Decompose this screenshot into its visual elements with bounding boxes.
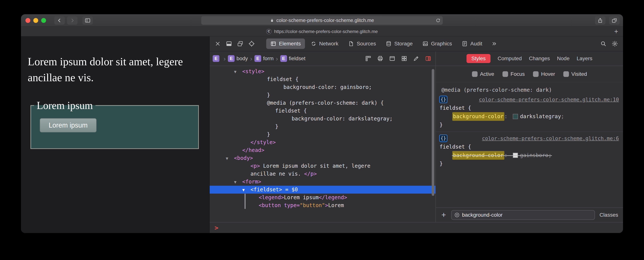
dom-tree-line[interactable]: }	[210, 131, 436, 139]
disclosure-triangle-icon[interactable]: ▼	[226, 155, 234, 163]
tab-styles[interactable]: Styles	[466, 54, 490, 63]
reload-button[interactable]	[436, 18, 440, 23]
dom-token-val: "button"	[300, 202, 325, 208]
dom-tree-line[interactable]: <p> Lorem ipsum dolor sit amet, legere	[210, 162, 436, 170]
dom-tree-line[interactable]: fieldset {	[210, 107, 436, 115]
rule-source-icon[interactable]: {}	[439, 96, 448, 103]
pseudo-active-toggle[interactable]: Active	[472, 71, 494, 77]
rule-selector[interactable]: fieldset {	[436, 104, 623, 112]
element-picker-button[interactable]	[248, 40, 255, 47]
sidebar-toggle-button[interactable]	[82, 16, 93, 25]
chevron-separator-icon: ›	[250, 55, 252, 62]
new-tab-button[interactable]: +	[614, 28, 618, 35]
dom-tree-line[interactable]: }	[210, 91, 436, 99]
dock-bottom-button[interactable]	[226, 41, 232, 47]
disclosure-triangle-icon[interactable]: ▼	[234, 178, 242, 186]
rule-selector[interactable]: fieldset {	[436, 143, 623, 151]
color-swatch[interactable]	[513, 114, 518, 119]
close-window-button[interactable]	[26, 18, 30, 23]
tab-changes[interactable]: Changes	[529, 56, 550, 62]
dom-tree-line[interactable]: ▼<body>	[210, 154, 436, 162]
dom-tree-line[interactable]: <legend>Lorem ipsum</legend>	[210, 194, 436, 201]
lock-icon	[270, 18, 274, 23]
dom-token-tag: <body>	[234, 155, 253, 161]
dom-tree-line[interactable]: ▼<style>	[210, 68, 436, 75]
breadcrumb-item-body[interactable]: E body	[228, 55, 248, 62]
dom-tree-line[interactable]: <button type="button">Lorem	[210, 201, 436, 209]
minimize-window-button[interactable]	[33, 18, 38, 23]
classes-toggle-button[interactable]: Classes	[598, 212, 619, 218]
edit-button[interactable]	[413, 55, 419, 62]
forward-button[interactable]	[67, 16, 78, 25]
more-tabs-button[interactable]	[491, 41, 497, 47]
pseudo-visited-toggle[interactable]: Visited	[563, 71, 587, 77]
dom-token-text: }	[267, 92, 270, 98]
undock-button[interactable]	[237, 41, 243, 47]
frames-button[interactable]	[389, 55, 396, 62]
checkbox[interactable]	[563, 71, 569, 77]
dom-tree-scrollbar[interactable]	[432, 69, 434, 196]
dom-tree-line[interactable]: }	[210, 123, 436, 131]
window-controls	[26, 18, 46, 23]
rule-source-icon[interactable]: {}	[439, 135, 448, 142]
css-property-overridden[interactable]: background-color: gainsboro;	[436, 151, 623, 160]
tab-graphics[interactable]: Graphics	[418, 39, 456, 49]
rule-source-link[interactable]: color-scheme-prefers-color-scheme.glitch…	[482, 136, 619, 141]
url-bar[interactable]: color-scheme-prefers-color-scheme.glitch…	[201, 16, 443, 25]
css-rule-base: {} color-scheme-prefers-color-scheme.gli…	[436, 132, 623, 171]
tab-node[interactable]: Node	[557, 56, 570, 62]
dom-tree-line[interactable]: @media (prefers-color-scheme: dark) {	[210, 99, 436, 107]
tab-sources[interactable]: Sources	[344, 39, 380, 49]
dom-tree-line[interactable]: </head>	[210, 146, 436, 154]
tab-computed[interactable]: Computed	[498, 56, 522, 62]
dom-token-attr: type=	[284, 202, 300, 208]
page-button[interactable]: Lorem ipsum	[40, 118, 96, 133]
dom-tree-line[interactable]: </style>	[210, 139, 436, 146]
share-button[interactable]	[595, 16, 606, 25]
rulers-button[interactable]	[365, 55, 372, 62]
dom-token-text: Lorem ipsum dolor sit amet, legere	[260, 163, 370, 169]
styles-filter-field[interactable]	[451, 210, 595, 220]
checkbox[interactable]	[472, 71, 478, 77]
breadcrumb-item-form[interactable]: E form	[254, 55, 274, 62]
tab-layers[interactable]: Layers	[576, 56, 592, 62]
disclosure-triangle-icon[interactable]: ▼	[242, 186, 250, 194]
zoom-window-button[interactable]	[41, 18, 46, 23]
tab-elements[interactable]: Elements	[266, 39, 305, 49]
close-inspector-button[interactable]	[214, 41, 221, 47]
color-swatch[interactable]	[513, 153, 518, 158]
property-name-highlighted[interactable]: background-color	[452, 151, 504, 160]
print-styles-button[interactable]	[377, 55, 384, 62]
dom-tree-line[interactable]: ▼<form>	[210, 178, 436, 186]
breadcrumb-item-fieldset[interactable]: E fieldset	[280, 55, 306, 62]
styles-filter-input[interactable]	[462, 212, 592, 218]
breadcrumb-item-html[interactable]: E	[213, 55, 221, 62]
dom-tree-line[interactable]: background-color: darkslategray;	[210, 115, 436, 123]
css-property[interactable]: background-color: darkslategray;	[436, 112, 623, 121]
settings-button[interactable]	[612, 40, 618, 47]
pseudo-focus-toggle[interactable]: Focus	[502, 71, 525, 77]
dom-tree-line[interactable]: ancillae ne vis. </p>	[210, 170, 436, 178]
property-name-highlighted[interactable]: background-color	[452, 112, 504, 121]
active-tab[interactable]: https://color-scheme-prefers-color-schem…	[274, 29, 378, 34]
tab-audit[interactable]: Audit	[458, 39, 486, 49]
grid-overlay-button[interactable]	[401, 55, 407, 62]
tab-storage[interactable]: Storage	[382, 39, 417, 49]
disclosure-triangle-icon[interactable]: ▼	[234, 68, 242, 76]
inspector-subbar: E › E body › E form › E	[210, 51, 623, 66]
new-rule-button[interactable]: +	[440, 211, 448, 219]
checkbox[interactable]	[502, 71, 508, 77]
back-button[interactable]	[54, 16, 65, 25]
tab-overview-button[interactable]	[609, 16, 620, 25]
rule-source-link[interactable]: color-scheme-prefers-color-scheme.glitch…	[479, 97, 619, 102]
force-appearance-button[interactable]	[425, 55, 431, 62]
pseudo-hover-toggle[interactable]: Hover	[533, 71, 555, 77]
dom-tree-line[interactable]: background-color: gainsboro;	[210, 83, 436, 91]
dom-tree-line-selected[interactable]: ▼<fieldset> = $0	[210, 186, 436, 194]
tab-network[interactable]: Network	[306, 39, 342, 49]
dom-token-text: Lorem	[328, 202, 344, 208]
checkbox[interactable]	[533, 71, 538, 77]
search-button[interactable]	[600, 41, 606, 47]
dom-tree-line[interactable]: fieldset {	[210, 75, 436, 83]
quick-console[interactable]: >	[210, 222, 623, 233]
